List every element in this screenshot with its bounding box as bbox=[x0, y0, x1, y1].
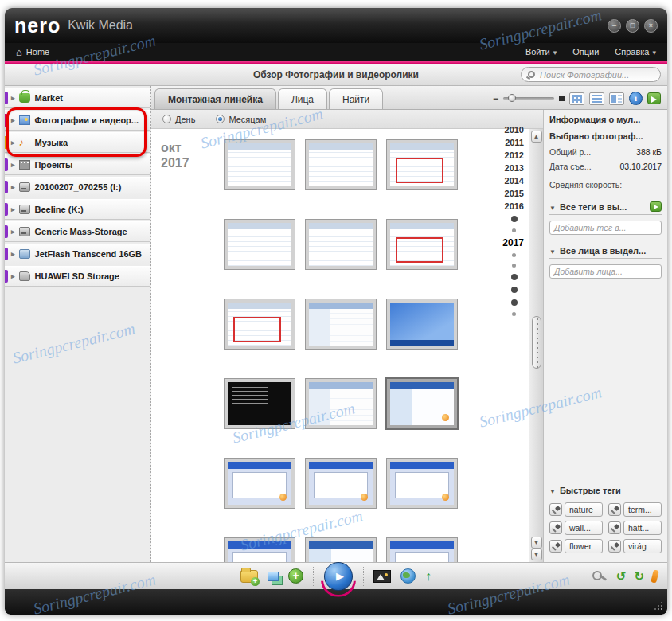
tab-faces[interactable]: Лица bbox=[278, 88, 327, 109]
quick-tag[interactable]: nature bbox=[549, 502, 603, 517]
scrollbar-track[interactable] bbox=[531, 144, 542, 535]
play-button[interactable] bbox=[324, 562, 353, 591]
thumbnail[interactable] bbox=[387, 220, 457, 269]
timeline-year[interactable]: 2015 bbox=[505, 187, 524, 200]
scroll-up-button[interactable] bbox=[531, 131, 542, 143]
add-folder-button[interactable] bbox=[240, 570, 258, 583]
tag-label[interactable]: virág bbox=[623, 539, 662, 553]
timeline-year[interactable]: 2012 bbox=[505, 149, 524, 162]
options-menu[interactable]: Опции bbox=[572, 47, 599, 57]
export-button[interactable] bbox=[647, 92, 661, 104]
publish-online-button[interactable] bbox=[400, 568, 416, 584]
thumbnail[interactable] bbox=[306, 220, 376, 269]
thumbnail[interactable] bbox=[387, 299, 457, 349]
tag-label[interactable]: nature bbox=[565, 502, 603, 517]
quick-tag[interactable]: flower bbox=[549, 539, 603, 553]
timeline-year[interactable]: 2016 bbox=[505, 200, 524, 213]
help-menu[interactable]: Справка bbox=[615, 47, 656, 57]
pin-icon[interactable] bbox=[549, 540, 562, 553]
thumbnail[interactable] bbox=[306, 379, 376, 428]
list-view-button[interactable] bbox=[589, 92, 604, 105]
upload-button[interactable] bbox=[425, 569, 432, 584]
maximize-button[interactable] bbox=[626, 19, 639, 33]
zoom-slider[interactable] bbox=[503, 97, 554, 100]
timeline-dot[interactable] bbox=[511, 274, 518, 280]
add-media-button[interactable] bbox=[288, 568, 303, 584]
quick-tag[interactable]: hátt... bbox=[608, 521, 662, 535]
timeline-dot[interactable] bbox=[511, 216, 518, 222]
tag-label[interactable]: hátt... bbox=[623, 521, 662, 535]
sidebar-item-huawei-sd[interactable]: HUAWEI SD Storage bbox=[5, 266, 150, 287]
thumbnail[interactable] bbox=[306, 299, 376, 349]
sidebar-item-drive-i[interactable]: 20100207_070255 (I:) bbox=[5, 177, 150, 197]
timeline-year[interactable]: 2013 bbox=[505, 162, 524, 174]
quick-tag[interactable]: wall... bbox=[549, 521, 603, 535]
zoom-in-button[interactable] bbox=[559, 96, 565, 101]
sidebar-item-photos[interactable]: Фотографии и видеор... bbox=[5, 110, 150, 131]
sidebar-item-beeline[interactable]: Beeline (K:) bbox=[5, 199, 150, 220]
thumbnail[interactable] bbox=[306, 140, 376, 189]
timeline-year[interactable]: 2014 bbox=[505, 174, 524, 187]
thumbnail[interactable] bbox=[225, 299, 295, 349]
thumbnail[interactable] bbox=[306, 459, 376, 508]
pin-icon[interactable] bbox=[549, 503, 562, 516]
pin-icon[interactable] bbox=[608, 503, 621, 516]
undo-button[interactable] bbox=[616, 569, 627, 584]
add-tag-input[interactable]: Добавить тег в... bbox=[549, 221, 662, 235]
minimize-button[interactable] bbox=[608, 19, 621, 33]
title-bar[interactable]: nero Kwik Media bbox=[5, 8, 667, 43]
pin-icon[interactable] bbox=[608, 521, 621, 534]
radio-icon[interactable] bbox=[162, 115, 171, 123]
sidebar-item-mass-storage[interactable]: Generic Mass-Storage bbox=[5, 221, 150, 242]
info-button[interactable] bbox=[629, 92, 643, 105]
timeline-year[interactable]: 2010 bbox=[505, 123, 524, 136]
login-menu[interactable]: Войти bbox=[525, 47, 557, 57]
highlight-pen-button[interactable] bbox=[651, 569, 659, 583]
redo-button[interactable] bbox=[634, 569, 644, 584]
timeline-dot[interactable] bbox=[512, 253, 516, 257]
privacy-keys-button[interactable] bbox=[592, 570, 608, 582]
radio-day[interactable]: День bbox=[162, 115, 195, 124]
search-input[interactable]: Поиск Фотографии... bbox=[521, 67, 661, 82]
timeline-year[interactable]: 2011 bbox=[505, 136, 524, 149]
timeline-dot[interactable] bbox=[512, 264, 516, 268]
tags-section-header[interactable]: Все теги в вы... bbox=[549, 199, 662, 215]
preview-view-button[interactable] bbox=[609, 92, 624, 105]
thumbnail[interactable] bbox=[387, 140, 457, 189]
thumbnail[interactable] bbox=[387, 459, 457, 508]
thumbnail[interactable] bbox=[225, 459, 295, 508]
home-link[interactable]: Home bbox=[26, 47, 49, 57]
timeline-dot[interactable] bbox=[512, 312, 516, 316]
grid-view-button[interactable] bbox=[569, 92, 584, 105]
pin-icon[interactable] bbox=[549, 521, 562, 534]
thumbnail[interactable] bbox=[225, 140, 295, 189]
timeline-dot[interactable] bbox=[512, 228, 516, 232]
timeline-dot[interactable] bbox=[511, 299, 518, 306]
scrollbar-thumb[interactable] bbox=[532, 316, 541, 369]
thumbnail[interactable] bbox=[225, 220, 295, 269]
copy-button[interactable] bbox=[268, 572, 279, 581]
scroll-page-down-button[interactable] bbox=[531, 549, 542, 560]
zoom-slider-thumb[interactable] bbox=[508, 94, 516, 102]
sidebar-item-projects[interactable]: Проекты bbox=[5, 154, 150, 175]
zoom-out-button[interactable] bbox=[493, 93, 498, 104]
quick-tags-header[interactable]: Быстрые теги bbox=[549, 483, 662, 498]
radio-month[interactable]: Месяцам bbox=[216, 115, 266, 124]
slideshow-button[interactable] bbox=[373, 570, 391, 583]
vertical-scrollbar[interactable] bbox=[529, 129, 543, 562]
tab-find[interactable]: Найти bbox=[329, 88, 383, 109]
timeline-dot[interactable] bbox=[511, 287, 518, 293]
faces-section-header[interactable]: Все лица в выдел... bbox=[549, 244, 662, 259]
quick-tag[interactable]: virág bbox=[608, 539, 662, 553]
tag-label[interactable]: flower bbox=[565, 539, 603, 553]
thumbnail[interactable] bbox=[225, 379, 295, 428]
timeline-year-current[interactable]: 2017 bbox=[502, 236, 524, 250]
tag-label[interactable]: wall... bbox=[565, 521, 603, 535]
sidebar-item-jetflash[interactable]: JetFlash Transcend 16GB bbox=[5, 244, 150, 264]
tag-label[interactable]: term... bbox=[623, 502, 662, 517]
export-tags-icon[interactable] bbox=[650, 201, 662, 212]
add-face-input[interactable]: Добавить лица... bbox=[549, 264, 662, 279]
thumbnail-selected[interactable] bbox=[387, 379, 457, 428]
quick-tag[interactable]: term... bbox=[608, 502, 662, 517]
sidebar-item-music[interactable]: Музыка bbox=[5, 132, 150, 153]
